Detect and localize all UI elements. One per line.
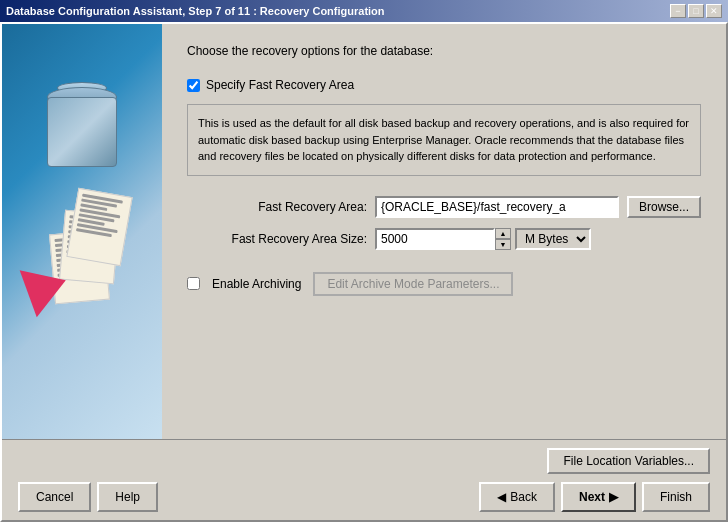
fast-recovery-area-size-row: Fast Recovery Area Size: ▲ ▼ M Bytes G B… — [187, 228, 701, 250]
document-icon-1 — [66, 187, 132, 265]
title-bar: Database Configuration Assistant, Step 7… — [0, 0, 728, 22]
maximize-button[interactable]: □ — [688, 4, 704, 18]
drum-body — [47, 97, 117, 167]
title-bar-text: Database Configuration Assistant, Step 7… — [6, 5, 385, 17]
finish-button[interactable]: Finish — [642, 482, 710, 512]
fast-recovery-area-size-label: Fast Recovery Area Size: — [187, 232, 367, 246]
size-unit-select[interactable]: M Bytes G Bytes — [515, 228, 591, 250]
specify-fast-recovery-row: Specify Fast Recovery Area — [187, 78, 701, 92]
cancel-button[interactable]: Cancel — [18, 482, 91, 512]
enable-archiving-label[interactable]: Enable Archiving — [212, 277, 301, 291]
spinner-down-button[interactable]: ▼ — [495, 239, 511, 250]
illustration — [17, 72, 147, 392]
specify-fast-recovery-checkbox[interactable] — [187, 79, 200, 92]
fast-recovery-area-label: Fast Recovery Area: — [187, 200, 367, 214]
right-panel: Choose the recovery options for the data… — [162, 24, 726, 439]
browse-button[interactable]: Browse... — [627, 196, 701, 218]
enable-archiving-row: Enable Archiving Edit Archive Mode Param… — [187, 272, 701, 296]
title-bar-buttons: − □ ✕ — [670, 4, 722, 18]
dialog: Choose the recovery options for the data… — [0, 22, 728, 522]
enable-archiving-checkbox[interactable] — [187, 277, 200, 290]
nav-buttons-row: Cancel Help ◀ Back Next ▶ Finish — [18, 482, 710, 512]
close-button[interactable]: ✕ — [706, 4, 722, 18]
bottom-bar: File Location Variables... Cancel Help ◀… — [2, 439, 726, 520]
back-arrow-icon: ◀ — [497, 490, 506, 504]
size-input-group: ▲ ▼ M Bytes G Bytes — [375, 228, 591, 250]
edit-archive-mode-button: Edit Archive Mode Parameters... — [313, 272, 513, 296]
next-label: Next — [579, 490, 605, 504]
spinner-buttons: ▲ ▼ — [495, 228, 511, 250]
next-button[interactable]: Next ▶ — [561, 482, 636, 512]
help-button[interactable]: Help — [97, 482, 158, 512]
fast-recovery-area-size-input[interactable] — [375, 228, 495, 250]
description-box: This is used as the default for all disk… — [187, 104, 701, 176]
next-arrow-icon: ▶ — [609, 490, 618, 504]
file-location-row: File Location Variables... — [18, 448, 710, 474]
drum-icon — [47, 82, 117, 172]
back-button[interactable]: ◀ Back — [479, 482, 555, 512]
specify-fast-recovery-label[interactable]: Specify Fast Recovery Area — [206, 78, 354, 92]
fast-recovery-area-row: Fast Recovery Area: Browse... — [187, 196, 701, 218]
file-location-variables-button[interactable]: File Location Variables... — [547, 448, 710, 474]
main-question: Choose the recovery options for the data… — [187, 44, 701, 58]
dialog-content: Choose the recovery options for the data… — [2, 24, 726, 439]
minimize-button[interactable]: − — [670, 4, 686, 18]
form-section: Fast Recovery Area: Browse... Fast Recov… — [187, 196, 701, 250]
back-label: Back — [510, 490, 537, 504]
spinner-up-button[interactable]: ▲ — [495, 228, 511, 239]
left-illustration-panel — [2, 24, 162, 439]
fast-recovery-area-input[interactable] — [375, 196, 619, 218]
